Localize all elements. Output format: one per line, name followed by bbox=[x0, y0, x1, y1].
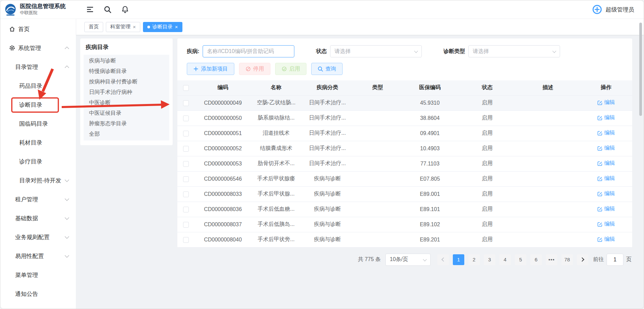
status-select[interactable]: 请选择 bbox=[330, 45, 422, 57]
sidebar-item-label: 通知公告 bbox=[15, 290, 38, 298]
goto-page-input[interactable] bbox=[607, 254, 623, 266]
pagination: 共 775 条 10条/页 1 2 3 4 5 6 bbox=[177, 254, 632, 266]
cell-code: CD0000000053 bbox=[194, 156, 252, 171]
vertical-scrollbar[interactable] bbox=[639, 23, 642, 116]
col-header-description: 描述 bbox=[516, 80, 580, 95]
row-checkbox[interactable] bbox=[183, 191, 189, 197]
cell-status: 启用 bbox=[459, 126, 516, 141]
sidebar-item-basic-data[interactable]: 基础数据 bbox=[0, 209, 76, 228]
edit-button[interactable]: 编辑 bbox=[597, 221, 615, 228]
row-checkbox[interactable] bbox=[183, 115, 189, 121]
page-button-6[interactable]: 6 bbox=[530, 254, 542, 265]
close-icon[interactable]: × bbox=[175, 24, 178, 29]
more-pages-button[interactable]: ••• bbox=[546, 254, 557, 265]
cell-insurance-code: E89.102 bbox=[401, 217, 459, 232]
search-icon[interactable] bbox=[104, 6, 111, 13]
add-item-button[interactable]: 添加新项目 bbox=[187, 63, 234, 75]
edit-button[interactable]: 编辑 bbox=[597, 175, 615, 182]
row-checkbox[interactable] bbox=[183, 237, 189, 243]
tab-diagnosis-catalog[interactable]: 诊断目录 × bbox=[143, 22, 182, 32]
page-button-3[interactable]: 3 bbox=[484, 254, 495, 265]
edit-button[interactable]: 编辑 bbox=[597, 190, 615, 197]
sidebar-item-drug-catalog[interactable]: 药品目录 bbox=[0, 76, 76, 95]
sidebar-item-menu-management[interactable]: 菜单管理 bbox=[0, 265, 76, 284]
disease-search-input[interactable] bbox=[203, 45, 294, 57]
edit-button[interactable]: 编辑 bbox=[597, 129, 615, 136]
row-checkbox[interactable] bbox=[183, 161, 189, 167]
cell-status: 启用 bbox=[459, 217, 516, 232]
sidebar-item-business-rules[interactable]: 业务规则配置 bbox=[0, 228, 76, 247]
close-icon[interactable]: × bbox=[133, 24, 136, 29]
col-header-code: 编码 bbox=[194, 80, 252, 95]
disable-button[interactable]: 停用 bbox=[239, 63, 270, 75]
disease-catalog-item[interactable]: 疾病与诊断 bbox=[84, 56, 169, 66]
table-row: CD0000008040 手术后甲状旁... 疾病与诊断 E89.201 启用 … bbox=[177, 232, 632, 247]
sidebar-item-catalog-management[interactable]: 目录管理 bbox=[0, 57, 76, 76]
sidebar-item-diagnosis-catalog[interactable]: 诊断目录 bbox=[0, 95, 76, 114]
tab-home[interactable]: 首页 bbox=[84, 22, 103, 32]
disease-catalog-item[interactable]: 按病种目录付费诊断 bbox=[84, 77, 169, 87]
row-checkbox[interactable] bbox=[183, 176, 189, 182]
disease-catalog-item[interactable]: 中医诊断 bbox=[84, 98, 169, 108]
cell-name: 肠系膜动脉结... bbox=[252, 110, 301, 126]
sidebar-item-notice[interactable]: 通知公告 bbox=[0, 284, 76, 303]
add-item-label: 添加新项目 bbox=[201, 66, 228, 73]
edit-button[interactable]: 编辑 bbox=[597, 205, 615, 212]
sidebar-item-system-management[interactable]: 系统管理 bbox=[0, 38, 76, 57]
next-page-button[interactable] bbox=[577, 254, 588, 265]
edit-button[interactable]: 编辑 bbox=[597, 236, 615, 243]
cell-category: 日间手术治疗... bbox=[301, 110, 354, 126]
select-all-checkbox[interactable] bbox=[183, 85, 189, 91]
enable-button[interactable]: 启用 bbox=[275, 63, 306, 75]
page-button-1[interactable]: 1 bbox=[453, 254, 464, 265]
prev-page-button[interactable] bbox=[437, 254, 449, 265]
cell-name: 手术后低血糖... bbox=[252, 202, 301, 217]
page-button-5[interactable]: 5 bbox=[515, 254, 526, 265]
sidebar-item-consumables-catalog[interactable]: 耗材目录 bbox=[0, 133, 76, 152]
edit-button[interactable]: 编辑 bbox=[597, 145, 615, 152]
menu-collapse-icon[interactable] bbox=[86, 6, 94, 13]
user-area[interactable]: 超级管理员 bbox=[592, 4, 634, 15]
sidebar-item-treatment-catalog[interactable]: 诊疗目录 bbox=[0, 152, 76, 171]
disease-panel-title: 疾病目录 bbox=[80, 43, 173, 55]
edit-button[interactable]: 编辑 bbox=[597, 99, 615, 106]
cell-type bbox=[354, 156, 401, 171]
disease-catalog-item[interactable]: 全部 bbox=[84, 129, 169, 139]
page-button-2[interactable]: 2 bbox=[468, 254, 480, 265]
disease-catalog-item[interactable]: 肿瘤形态学目录 bbox=[84, 119, 169, 129]
sidebar-item-home[interactable]: 首页 bbox=[0, 20, 76, 38]
disease-catalog-item[interactable]: 中医证候目录 bbox=[84, 108, 169, 119]
page-button-4[interactable]: 4 bbox=[499, 254, 511, 265]
edit-button[interactable]: 编辑 bbox=[597, 114, 615, 121]
enable-label: 启用 bbox=[289, 66, 300, 73]
diagnosis-type-select[interactable]: 请选择 bbox=[468, 45, 560, 57]
edit-button[interactable]: 编辑 bbox=[597, 160, 615, 167]
row-checkbox[interactable] bbox=[183, 100, 189, 106]
sidebar-item-national-code-catalog[interactable]: 国临码目录 bbox=[0, 114, 76, 133]
table-row: CD0000000051 泪道挂线术 日间手术治疗... 09.4901 启用 … bbox=[177, 126, 632, 141]
row-checkbox[interactable] bbox=[183, 146, 189, 152]
sidebar-item-catalog-mapping[interactable]: 目录对照-待开发 bbox=[0, 171, 76, 190]
total-count: 共 775 条 bbox=[358, 256, 381, 263]
bell-icon[interactable] bbox=[121, 6, 129, 13]
sidebar-nav: 首页 系统管理 目录管理 药品目录 诊断目录 国临码目录 耗材目录 bbox=[0, 19, 76, 309]
cell-name: 手术后甲状腺瘘 bbox=[252, 171, 301, 186]
disease-catalog-item[interactable]: 日间手术治疗病种 bbox=[84, 87, 169, 98]
sidebar-item-usability-config[interactable]: 易用性配置 bbox=[0, 247, 76, 265]
page-button-last[interactable]: 78 bbox=[561, 254, 573, 265]
row-checkbox[interactable] bbox=[183, 207, 189, 212]
cell-code: CD0000000049 bbox=[194, 95, 252, 110]
disease-catalog-item[interactable]: 特慢病诊断目录 bbox=[84, 66, 169, 77]
page-size-select[interactable]: 10条/页 bbox=[385, 254, 431, 266]
cell-category: 日间手术治疗... bbox=[301, 95, 354, 110]
ban-icon bbox=[245, 66, 251, 72]
sidebar-item-tenant-management[interactable]: 租户管理 bbox=[0, 190, 76, 209]
cell-code: CD0000008036 bbox=[194, 202, 252, 217]
cell-description bbox=[516, 232, 580, 247]
plus-icon bbox=[193, 66, 199, 72]
row-checkbox[interactable] bbox=[183, 222, 189, 228]
query-button[interactable]: 查询 bbox=[311, 63, 343, 75]
tab-department-management[interactable]: 科室管理 × bbox=[106, 22, 140, 32]
col-header-insurance-code: 医保编码 bbox=[401, 80, 459, 95]
row-checkbox[interactable] bbox=[183, 131, 189, 136]
